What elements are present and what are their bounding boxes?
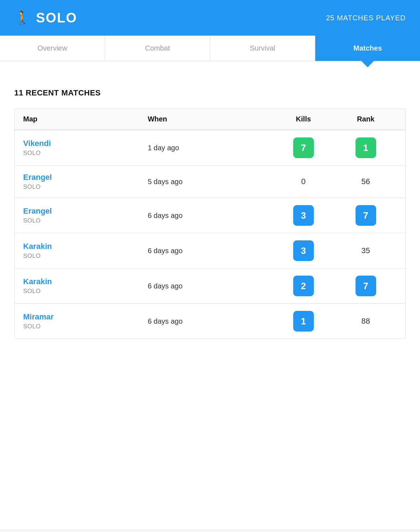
rank-cell: 7 bbox=[335, 276, 397, 296]
when-cell: 6 days ago bbox=[148, 282, 273, 290]
solo-icon: 🚶 bbox=[14, 10, 30, 25]
header-when: When bbox=[148, 115, 273, 123]
table-header: Map When Kills Rank bbox=[15, 109, 405, 130]
rank-cell: 56 bbox=[335, 177, 397, 186]
table-row[interactable]: Vikendi SOLO 1 day ago 7 1 bbox=[15, 130, 405, 166]
rank-badge: 1 bbox=[356, 137, 376, 158]
rank-cell: 1 bbox=[335, 137, 397, 158]
map-name: Miramar bbox=[23, 312, 148, 322]
map-mode: SOLO bbox=[23, 288, 148, 295]
kills-cell: 7 bbox=[272, 137, 335, 158]
header-map: Map bbox=[23, 115, 148, 123]
tab-bar: Overview Combat Survival Matches bbox=[0, 36, 420, 61]
rank-cell: 7 bbox=[335, 205, 397, 226]
map-cell: Vikendi SOLO bbox=[23, 139, 148, 157]
tab-survival[interactable]: Survival bbox=[210, 36, 315, 61]
table-row[interactable]: Erangel SOLO 6 days ago 3 7 bbox=[15, 198, 405, 233]
app-header: 🚶 SOLO 25 MATCHES PLAYED bbox=[0, 0, 420, 36]
kills-cell: 3 bbox=[272, 205, 335, 226]
tab-combat[interactable]: Combat bbox=[105, 36, 210, 61]
rank-cell: 88 bbox=[335, 317, 397, 326]
kills-plain: 0 bbox=[301, 177, 306, 186]
map-mode: SOLO bbox=[23, 183, 148, 191]
map-cell: Karakin SOLO bbox=[23, 242, 148, 260]
kills-cell: 1 bbox=[272, 311, 335, 332]
mode-title: SOLO bbox=[36, 10, 77, 26]
table-row[interactable]: Karakin SOLO 6 days ago 3 35 bbox=[15, 233, 405, 268]
kills-cell: 0 bbox=[272, 177, 335, 186]
tab-overview[interactable]: Overview bbox=[0, 36, 105, 61]
header-left: 🚶 SOLO bbox=[14, 10, 77, 26]
map-mode: SOLO bbox=[23, 217, 148, 224]
when-cell: 6 days ago bbox=[148, 317, 273, 325]
map-name: Erangel bbox=[23, 207, 148, 216]
matches-played-count: 25 MATCHES PLAYED bbox=[326, 14, 406, 22]
map-name: Vikendi bbox=[23, 139, 148, 148]
when-cell: 6 days ago bbox=[148, 212, 273, 220]
header-kills: Kills bbox=[272, 115, 335, 123]
when-cell: 5 days ago bbox=[148, 178, 273, 186]
kills-badge: 7 bbox=[293, 137, 314, 158]
kills-cell: 3 bbox=[272, 240, 335, 261]
map-name: Karakin bbox=[23, 277, 148, 286]
map-name: Karakin bbox=[23, 242, 148, 251]
rank-badge: 7 bbox=[356, 276, 376, 296]
kills-cell: 2 bbox=[272, 276, 335, 296]
map-cell: Miramar SOLO bbox=[23, 312, 148, 330]
table-row[interactable]: Erangel SOLO 5 days ago 0 56 bbox=[15, 166, 405, 198]
matches-table-wrapper: Map When Kills Rank Vikendi SOLO 1 day a… bbox=[14, 108, 406, 339]
kills-badge: 3 bbox=[293, 240, 314, 261]
kills-badge: 1 bbox=[293, 311, 314, 332]
table-row[interactable]: Miramar SOLO 6 days ago 1 88 bbox=[15, 304, 405, 339]
kills-badge: 2 bbox=[293, 276, 314, 296]
kills-badge: 3 bbox=[293, 205, 314, 226]
rank-cell: 35 bbox=[335, 246, 397, 255]
map-mode: SOLO bbox=[23, 150, 148, 157]
table-row[interactable]: Karakin SOLO 6 days ago 2 7 bbox=[15, 268, 405, 304]
tab-matches[interactable]: Matches bbox=[315, 36, 420, 61]
map-name: Erangel bbox=[23, 173, 148, 182]
rank-plain: 35 bbox=[361, 246, 370, 255]
map-cell: Karakin SOLO bbox=[23, 277, 148, 295]
map-mode: SOLO bbox=[23, 252, 148, 260]
map-mode: SOLO bbox=[23, 323, 148, 330]
rank-plain: 56 bbox=[361, 177, 370, 186]
map-cell: Erangel SOLO bbox=[23, 173, 148, 191]
map-cell: Erangel SOLO bbox=[23, 207, 148, 224]
header-rank: Rank bbox=[335, 115, 397, 123]
when-cell: 6 days ago bbox=[148, 247, 273, 255]
section-title: 11 RECENT MATCHES bbox=[14, 88, 406, 98]
main-content: 11 RECENT MATCHES Map When Kills Rank Vi… bbox=[0, 61, 420, 529]
when-cell: 1 day ago bbox=[148, 144, 273, 152]
rank-plain: 88 bbox=[361, 317, 370, 326]
rank-badge: 7 bbox=[356, 205, 376, 226]
